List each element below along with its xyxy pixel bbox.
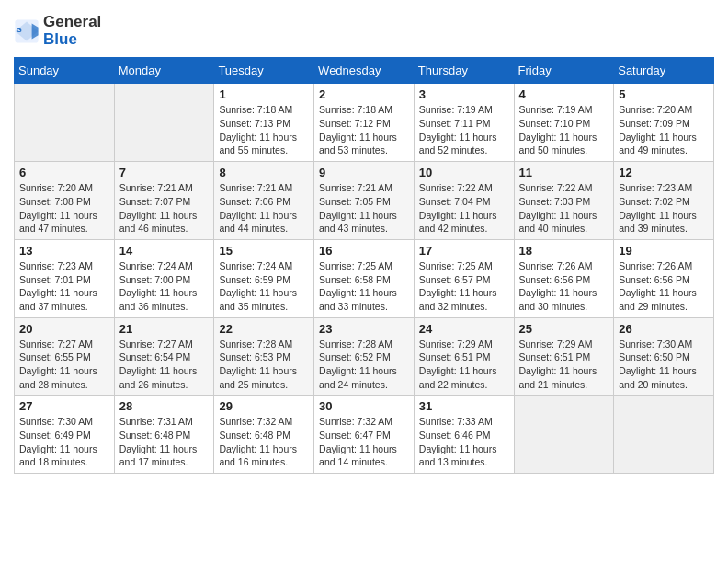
calendar-cell: 6Sunrise: 7:20 AM Sunset: 7:08 PM Daylig… <box>15 162 115 240</box>
week-row-2: 6Sunrise: 7:20 AM Sunset: 7:08 PM Daylig… <box>15 162 714 240</box>
calendar-cell <box>514 396 614 474</box>
calendar-cell: 24Sunrise: 7:29 AM Sunset: 6:51 PM Dayli… <box>414 317 514 396</box>
day-number: 17 <box>419 244 509 258</box>
calendar-cell: 22Sunrise: 7:28 AM Sunset: 6:53 PM Dayli… <box>214 317 314 396</box>
calendar-cell: 15Sunrise: 7:24 AM Sunset: 6:59 PM Dayli… <box>214 239 314 317</box>
page-header: G General Blue <box>14 14 714 48</box>
calendar-cell: 27Sunrise: 7:30 AM Sunset: 6:49 PM Dayli… <box>15 396 115 474</box>
day-info: Sunrise: 7:20 AM Sunset: 7:09 PM Dayligh… <box>619 103 709 157</box>
weekday-header-tuesday: Tuesday <box>214 58 314 84</box>
day-number: 8 <box>219 166 309 179</box>
day-info: Sunrise: 7:28 AM Sunset: 6:53 PM Dayligh… <box>219 338 309 392</box>
day-info: Sunrise: 7:18 AM Sunset: 7:12 PM Dayligh… <box>319 103 409 157</box>
svg-text:G: G <box>17 26 22 34</box>
day-info: Sunrise: 7:32 AM Sunset: 6:47 PM Dayligh… <box>319 415 409 469</box>
weekday-header-wednesday: Wednesday <box>314 58 415 84</box>
calendar-cell: 26Sunrise: 7:30 AM Sunset: 6:50 PM Dayli… <box>614 317 714 396</box>
logo-text-general: General <box>43 14 101 31</box>
day-info: Sunrise: 7:32 AM Sunset: 6:48 PM Dayligh… <box>219 415 309 469</box>
calendar-cell: 12Sunrise: 7:23 AM Sunset: 7:02 PM Dayli… <box>614 162 714 240</box>
day-info: Sunrise: 7:26 AM Sunset: 6:56 PM Dayligh… <box>619 259 709 314</box>
day-number: 29 <box>219 399 309 413</box>
day-info: Sunrise: 7:21 AM Sunset: 7:07 PM Dayligh… <box>119 181 210 236</box>
calendar-cell <box>15 84 115 162</box>
logo-text-blue: Blue <box>43 31 101 49</box>
day-info: Sunrise: 7:29 AM Sunset: 6:51 PM Dayligh… <box>519 338 609 392</box>
day-number: 5 <box>619 87 709 101</box>
day-number: 6 <box>19 166 109 179</box>
weekday-header-saturday: Saturday <box>614 58 714 84</box>
day-number: 26 <box>619 322 709 336</box>
calendar-cell: 1Sunrise: 7:18 AM Sunset: 7:13 PM Daylig… <box>214 84 314 162</box>
day-info: Sunrise: 7:29 AM Sunset: 6:51 PM Dayligh… <box>419 338 509 392</box>
day-number: 16 <box>319 244 409 258</box>
weekday-header-thursday: Thursday <box>414 58 514 84</box>
calendar-cell: 18Sunrise: 7:26 AM Sunset: 6:56 PM Dayli… <box>514 239 614 317</box>
weekday-header-row: SundayMondayTuesdayWednesdayThursdayFrid… <box>15 58 714 84</box>
calendar-cell: 21Sunrise: 7:27 AM Sunset: 6:54 PM Dayli… <box>114 317 214 396</box>
calendar-cell: 8Sunrise: 7:21 AM Sunset: 7:06 PM Daylig… <box>214 162 314 240</box>
day-number: 24 <box>419 322 509 336</box>
day-info: Sunrise: 7:22 AM Sunset: 7:03 PM Dayligh… <box>519 181 609 236</box>
day-info: Sunrise: 7:31 AM Sunset: 6:48 PM Dayligh… <box>119 415 210 469</box>
day-number: 20 <box>19 322 109 336</box>
calendar-cell: 17Sunrise: 7:25 AM Sunset: 6:57 PM Dayli… <box>414 239 514 317</box>
day-number: 7 <box>119 166 210 179</box>
weekday-header-sunday: Sunday <box>15 58 115 84</box>
day-info: Sunrise: 7:21 AM Sunset: 7:05 PM Dayligh… <box>319 181 409 236</box>
calendar-cell: 2Sunrise: 7:18 AM Sunset: 7:12 PM Daylig… <box>314 84 415 162</box>
day-number: 14 <box>119 244 210 258</box>
calendar-cell: 13Sunrise: 7:23 AM Sunset: 7:01 PM Dayli… <box>15 239 115 317</box>
day-number: 15 <box>219 244 309 258</box>
calendar-cell: 7Sunrise: 7:21 AM Sunset: 7:07 PM Daylig… <box>114 162 214 240</box>
day-info: Sunrise: 7:28 AM Sunset: 6:52 PM Dayligh… <box>319 338 409 392</box>
calendar-cell: 19Sunrise: 7:26 AM Sunset: 6:56 PM Dayli… <box>614 239 714 317</box>
weekday-header-monday: Monday <box>114 58 214 84</box>
calendar-cell: 11Sunrise: 7:22 AM Sunset: 7:03 PM Dayli… <box>514 162 614 240</box>
day-number: 9 <box>319 166 409 179</box>
day-number: 25 <box>519 322 609 336</box>
day-number: 3 <box>419 87 509 101</box>
week-row-4: 20Sunrise: 7:27 AM Sunset: 6:55 PM Dayli… <box>15 317 714 396</box>
day-info: Sunrise: 7:19 AM Sunset: 7:10 PM Dayligh… <box>519 103 609 157</box>
calendar-cell <box>114 84 214 162</box>
week-row-5: 27Sunrise: 7:30 AM Sunset: 6:49 PM Dayli… <box>15 396 714 474</box>
calendar-cell: 23Sunrise: 7:28 AM Sunset: 6:52 PM Dayli… <box>314 317 415 396</box>
day-number: 2 <box>319 87 409 101</box>
day-number: 18 <box>519 244 609 258</box>
day-number: 21 <box>119 322 210 336</box>
day-number: 27 <box>19 399 109 413</box>
calendar-cell: 25Sunrise: 7:29 AM Sunset: 6:51 PM Dayli… <box>514 317 614 396</box>
calendar-cell: 10Sunrise: 7:22 AM Sunset: 7:04 PM Dayli… <box>414 162 514 240</box>
day-number: 11 <box>519 166 609 179</box>
day-info: Sunrise: 7:24 AM Sunset: 7:00 PM Dayligh… <box>119 259 210 314</box>
day-info: Sunrise: 7:22 AM Sunset: 7:04 PM Dayligh… <box>419 181 509 236</box>
calendar-cell: 9Sunrise: 7:21 AM Sunset: 7:05 PM Daylig… <box>314 162 415 240</box>
day-number: 19 <box>619 244 709 258</box>
day-info: Sunrise: 7:21 AM Sunset: 7:06 PM Dayligh… <box>219 181 309 236</box>
day-info: Sunrise: 7:24 AM Sunset: 6:59 PM Dayligh… <box>219 259 309 314</box>
calendar-cell: 31Sunrise: 7:33 AM Sunset: 6:46 PM Dayli… <box>414 396 514 474</box>
calendar-cell: 4Sunrise: 7:19 AM Sunset: 7:10 PM Daylig… <box>514 84 614 162</box>
day-info: Sunrise: 7:27 AM Sunset: 6:55 PM Dayligh… <box>19 338 109 392</box>
day-number: 4 <box>519 87 609 101</box>
calendar-cell: 20Sunrise: 7:27 AM Sunset: 6:55 PM Dayli… <box>15 317 115 396</box>
day-number: 31 <box>419 399 509 413</box>
logo-icon: G <box>14 18 40 44</box>
day-number: 12 <box>619 166 709 179</box>
day-number: 13 <box>19 244 109 258</box>
day-info: Sunrise: 7:23 AM Sunset: 7:01 PM Dayligh… <box>19 259 109 314</box>
day-info: Sunrise: 7:20 AM Sunset: 7:08 PM Dayligh… <box>19 181 109 236</box>
calendar-cell: 29Sunrise: 7:32 AM Sunset: 6:48 PM Dayli… <box>214 396 314 474</box>
calendar-cell: 16Sunrise: 7:25 AM Sunset: 6:58 PM Dayli… <box>314 239 415 317</box>
day-info: Sunrise: 7:27 AM Sunset: 6:54 PM Dayligh… <box>119 338 210 392</box>
logo: G General Blue <box>14 14 101 48</box>
day-number: 10 <box>419 166 509 179</box>
day-number: 22 <box>219 322 309 336</box>
day-info: Sunrise: 7:26 AM Sunset: 6:56 PM Dayligh… <box>519 259 609 314</box>
day-number: 30 <box>319 399 409 413</box>
weekday-header-friday: Friday <box>514 58 614 84</box>
calendar-cell: 28Sunrise: 7:31 AM Sunset: 6:48 PM Dayli… <box>114 396 214 474</box>
day-info: Sunrise: 7:23 AM Sunset: 7:02 PM Dayligh… <box>619 181 709 236</box>
calendar-cell: 3Sunrise: 7:19 AM Sunset: 7:11 PM Daylig… <box>414 84 514 162</box>
